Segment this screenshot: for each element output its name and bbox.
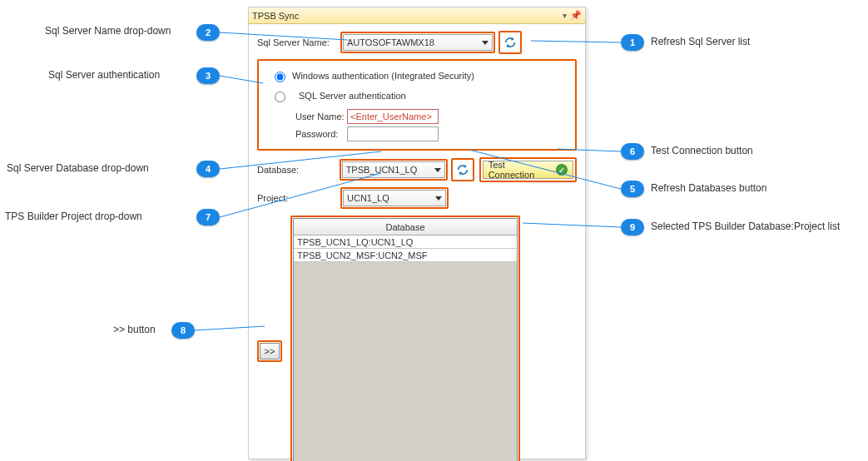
refresh-icon [503,36,517,49]
annotation-badge-8: 8 [171,322,195,339]
refresh-icon [456,163,469,176]
authentication-group: Windows authentication (Integrated Secur… [257,59,577,151]
password-label: Password: [295,129,347,139]
annotation-label-2: Sql Server Name drop-down [45,25,171,37]
minimize-icon[interactable]: ▾ [558,11,570,20]
refresh-databases-button[interactable] [454,161,471,178]
annotation-label-3: Sql Server authentication [48,69,160,81]
chevron-down-icon [482,41,489,45]
panel-title: TPSB Sync [252,11,558,21]
annotation-badge-4: 4 [196,161,220,177]
tpsb-sync-panel: TPSB Sync ▾ 📌 Sql Server Name: AUTOSOFTA… [248,7,586,459]
annotation-badge-9: 9 [621,219,644,235]
annotation-badge-2: 2 [196,24,220,41]
username-input[interactable] [347,109,439,124]
chevron-down-icon [434,168,441,172]
chevron-down-icon [435,196,442,201]
annotation-badge-7: 7 [196,209,220,226]
list-item[interactable]: TPSB_UCN1_LQ:UCN1_LQ [294,235,517,249]
sql-server-name-dropdown[interactable]: AUTOSOFTAWMX18 [343,34,493,51]
annotation-badge-3: 3 [196,67,220,84]
sql-auth-radio[interactable] [275,92,285,102]
password-input[interactable] [347,126,439,141]
annotation-label-6: Test Connection button [651,145,753,156]
annotation-label-9: Selected TPS Builder Database:Project li… [651,221,840,232]
add-to-list-button[interactable]: >> [260,343,280,359]
sql-server-name-label: Sql Server Name: [257,37,340,47]
annotation-label-1: Refresh Sql Server list [651,36,750,47]
test-connection-button[interactable]: Test Connection ✓ [483,161,573,179]
list-item[interactable]: TPSB_UCN2_MSF:UCN2_MSF [294,249,517,262]
database-project-list[interactable]: Database TPSB_UCN1_LQ:UCN1_LQ TPSB_UCN2_… [293,218,518,461]
windows-auth-radio[interactable] [275,72,285,82]
annotation-badge-5: 5 [621,181,644,197]
project-dropdown[interactable]: UCN1_LQ [343,190,446,206]
refresh-sql-server-button[interactable] [502,34,518,51]
annotation-label-5: Refresh Databases button [651,182,766,194]
annotation-badge-6: 6 [621,143,644,160]
database-label: Database: [257,165,340,175]
annotation-label-7: TPS Builder Project drop-down [5,211,142,222]
annotation-badge-1: 1 [621,34,644,51]
sql-auth-label: SQL Server authentication [299,91,406,101]
annotation-label-4: Sql Server Database drop-down [7,162,149,174]
database-dropdown[interactable]: TPSB_UCN1_LQ [342,161,445,178]
username-label: User Name: [295,112,347,121]
check-icon: ✓ [556,164,568,176]
project-label: Project: [257,193,340,203]
list-header: Database [294,219,517,235]
pin-icon[interactable]: 📌 [570,10,582,21]
annotation-label-8: >> button [113,324,156,335]
titlebar: TPSB Sync ▾ 📌 [249,7,585,24]
windows-auth-label: Windows authentication (Integrated Secur… [292,71,474,81]
